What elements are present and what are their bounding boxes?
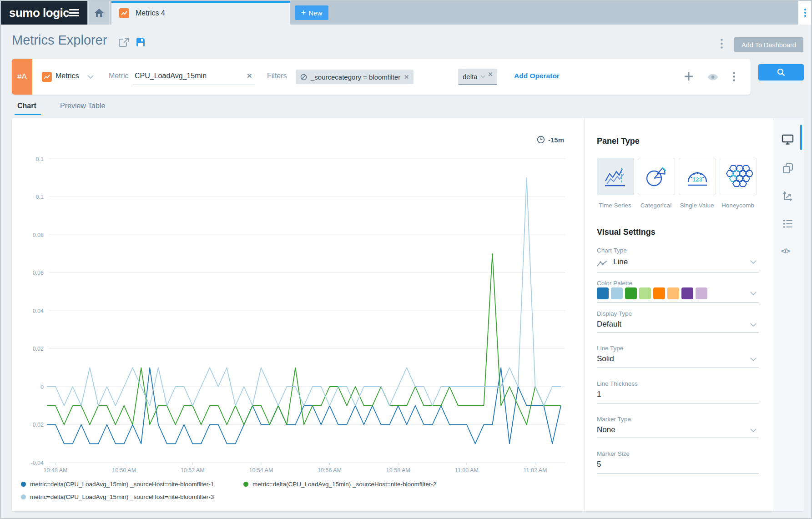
panel-type-label: Categorical xyxy=(636,202,676,209)
marker-type-select[interactable]: None xyxy=(597,425,615,434)
legend-item[interactable]: metric=delta(CPU_LoadAvg_15min) _sourceH… xyxy=(243,481,436,488)
honeycomb-icon xyxy=(724,165,753,188)
svg-text:11:00 AM: 11:00 AM xyxy=(455,467,479,474)
metric-label: Metric xyxy=(109,72,129,80)
sumo-logic-logo[interactable]: sumo logic xyxy=(1,1,87,25)
hamburger-menu-icon[interactable] xyxy=(69,9,79,16)
chevron-down-icon[interactable] xyxy=(750,260,757,264)
panel-type-label: Honeycomb xyxy=(718,202,758,209)
chevron-down-icon[interactable] xyxy=(750,428,757,432)
svg-text:-0.02: -0.02 xyxy=(31,422,44,428)
time-series-chart[interactable]: 0.10.10.080.060.040.020-0.02-0.0410:48 A… xyxy=(12,118,584,511)
svg-text:10:58 AM: 10:58 AM xyxy=(386,467,410,474)
panel-type-label: Time Series xyxy=(595,202,635,209)
color-palette-label: Color Palette xyxy=(597,280,632,287)
share-button[interactable] xyxy=(118,37,129,47)
chevron-down-icon[interactable] xyxy=(750,358,757,361)
remove-operator-icon[interactable]: ✕ xyxy=(488,71,493,78)
active-view-indicator xyxy=(800,125,802,150)
add-to-dashboard-button[interactable]: Add To Dashboard xyxy=(734,37,803,52)
color-palette-select[interactable] xyxy=(597,287,707,299)
panel-type-time-series[interactable] xyxy=(597,158,634,195)
save-button[interactable] xyxy=(136,37,146,47)
add-query-row-button[interactable] xyxy=(683,71,694,82)
line-type-label: Line Type xyxy=(597,345,623,352)
panel-type-single-value[interactable]: 123 xyxy=(679,158,716,195)
duplicate-view-button[interactable] xyxy=(782,163,793,174)
line-type-select[interactable]: Solid xyxy=(597,354,614,363)
legend-item[interactable]: metric=delta(CPU_LoadAvg_15min) _sourceH… xyxy=(21,481,214,488)
legend-list-button[interactable] xyxy=(782,219,793,229)
query-row-badge: #A xyxy=(12,59,32,95)
chevron-down-icon[interactable] xyxy=(750,292,757,295)
home-button[interactable] xyxy=(88,1,109,25)
axes-view-button[interactable] xyxy=(782,191,793,202)
active-tab-underline xyxy=(15,114,41,115)
content-card: 0.10.10.080.060.040.020-0.02-0.0410:48 A… xyxy=(12,118,803,511)
categorical-icon xyxy=(645,166,668,187)
field-divider xyxy=(597,332,759,333)
field-divider xyxy=(597,368,759,368)
topbar-more-button[interactable] xyxy=(798,1,812,25)
search-icon xyxy=(777,68,786,77)
filter-chip[interactable]: _sourcecategory = bloomfilter ✕ xyxy=(296,70,414,84)
chevron-down-icon[interactable] xyxy=(750,323,757,327)
page-title: Metrics Explorer xyxy=(12,33,107,48)
metric-input[interactable]: CPU_LoadAvg_15min xyxy=(135,72,207,80)
header-more-button[interactable] xyxy=(721,39,723,49)
marker-type-label: Marker Type xyxy=(597,416,631,423)
svg-text:10:48 AM: 10:48 AM xyxy=(44,467,68,474)
chart-type-label: Chart Type xyxy=(597,247,627,254)
palette-swatch xyxy=(667,287,679,299)
clear-metric-icon[interactable]: ✕ xyxy=(247,72,252,80)
duplicate-icon xyxy=(782,163,793,174)
kebab-icon xyxy=(721,39,723,49)
datasource-dropdown[interactable]: Metrics xyxy=(55,72,79,80)
marker-size-label: Marker Size xyxy=(597,450,630,457)
panel-type-categorical[interactable] xyxy=(638,158,675,195)
legend-label: metric=delta(CPU_LoadAvg_15min) _sourceH… xyxy=(30,481,214,488)
chevron-down-icon[interactable] xyxy=(87,75,94,79)
add-operator-link[interactable]: Add Operator xyxy=(514,72,560,80)
time-range-control[interactable]: -15m xyxy=(537,136,564,144)
tab-preview-table[interactable]: Preview Table xyxy=(60,102,105,110)
query-row-more-button[interactable] xyxy=(733,72,735,81)
remove-filter-icon[interactable]: ✕ xyxy=(404,74,409,81)
chevron-down-icon[interactable] xyxy=(480,75,485,78)
tab-chart[interactable]: Chart xyxy=(17,102,36,110)
query-code-button[interactable]: </> xyxy=(781,247,790,255)
new-tab-button[interactable]: + New xyxy=(295,5,328,20)
eye-icon xyxy=(707,73,719,81)
chart-type-select[interactable]: Line xyxy=(613,257,628,267)
time-series-icon xyxy=(604,166,627,187)
line-thickness-label: Line Thickness xyxy=(597,380,638,387)
svg-text:-0.04: -0.04 xyxy=(31,460,44,466)
toggle-visibility-button[interactable] xyxy=(707,73,719,81)
svg-text:0: 0 xyxy=(40,384,44,390)
operator-chip[interactable]: delta ✕ xyxy=(458,69,497,85)
search-button[interactable] xyxy=(758,64,804,81)
plus-icon xyxy=(683,71,694,82)
negation-icon xyxy=(300,74,307,81)
tab-metrics-4[interactable]: Metrics 4 xyxy=(111,3,290,25)
home-icon xyxy=(94,8,104,17)
svg-text:10:52 AM: 10:52 AM xyxy=(181,467,205,474)
legend-item[interactable]: metric=delta(CPU_LoadAvg_15min) _sourceH… xyxy=(21,494,214,500)
legend-label: metric=delta(CPU_LoadAvg_15min) _sourceH… xyxy=(252,481,436,488)
legend-dot xyxy=(21,482,26,487)
svg-text:123: 123 xyxy=(692,176,702,183)
line-thickness-input[interactable]: 1 xyxy=(597,390,601,399)
logo-text: sumo logic xyxy=(9,6,69,20)
monitor-icon xyxy=(782,134,794,145)
tab-label: Metrics 4 xyxy=(136,9,165,17)
panel-view-button[interactable] xyxy=(782,134,794,145)
svg-text:0.04: 0.04 xyxy=(33,308,44,314)
list-icon xyxy=(782,219,793,229)
new-label: New xyxy=(308,9,322,17)
panel-type-honeycomb[interactable] xyxy=(720,158,757,195)
query-row: #A Metrics Metric CPU_LoadAvg_15min ✕ Fi… xyxy=(12,59,751,95)
marker-size-input[interactable]: 5 xyxy=(597,460,601,469)
display-type-select[interactable]: Default xyxy=(597,320,621,329)
filter-chip-label: _sourcecategory = bloomfilter xyxy=(311,73,400,81)
plus-icon: + xyxy=(301,8,306,18)
